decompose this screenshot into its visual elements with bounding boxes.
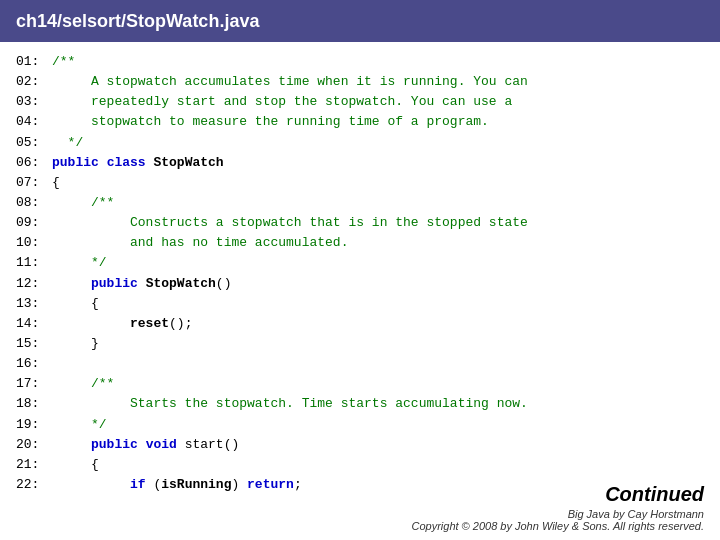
code-line: 06:public class StopWatch (16, 153, 704, 173)
code-line: 03: repeatedly start and stop the stopwa… (16, 92, 704, 112)
code-line: 16: (16, 354, 704, 374)
line-number: 04: (16, 112, 52, 132)
line-content: repeatedly start and stop the stopwatch.… (52, 92, 512, 112)
line-content: and has no time accumulated. (52, 233, 348, 253)
code-line: 13: { (16, 294, 704, 314)
line-number: 08: (16, 193, 52, 213)
code-line: 07:{ (16, 173, 704, 193)
page-header: ch14/selsort/StopWatch.java (0, 0, 720, 42)
line-content: } (52, 334, 99, 354)
code-line: 11: */ (16, 253, 704, 273)
code-line: 01:/** (16, 52, 704, 72)
line-number: 21: (16, 455, 52, 475)
line-content: A stopwatch accumulates time when it is … (52, 72, 528, 92)
line-number: 14: (16, 314, 52, 334)
line-number: 05: (16, 133, 52, 153)
line-number: 19: (16, 415, 52, 435)
code-line: 20: public void start() (16, 435, 704, 455)
line-number: 22: (16, 475, 52, 495)
line-content: */ (52, 253, 107, 273)
line-content: Constructs a stopwatch that is in the st… (52, 213, 528, 233)
line-number: 11: (16, 253, 52, 273)
book-rest: by Cay Horstmann (610, 508, 704, 520)
code-line: 04: stopwatch to measure the running tim… (16, 112, 704, 132)
code-line: 02: A stopwatch accumulates time when it… (16, 72, 704, 92)
book-title: Big Java (568, 508, 610, 520)
line-number: 13: (16, 294, 52, 314)
code-line: 19: */ (16, 415, 704, 435)
line-number: 20: (16, 435, 52, 455)
line-number: 03: (16, 92, 52, 112)
line-content: public StopWatch() (52, 274, 231, 294)
line-content: public class StopWatch (52, 153, 224, 173)
line-content: if (isRunning) return; (52, 475, 302, 495)
line-number: 07: (16, 173, 52, 193)
line-number: 12: (16, 274, 52, 294)
line-number: 17: (16, 374, 52, 394)
line-content: { (52, 294, 99, 314)
line-content: reset(); (52, 314, 192, 334)
code-line: 05: */ (16, 133, 704, 153)
line-content: /** (52, 374, 114, 394)
code-line: 09: Constructs a stopwatch that is in th… (16, 213, 704, 233)
line-number: 02: (16, 72, 52, 92)
line-number: 18: (16, 394, 52, 414)
line-number: 06: (16, 153, 52, 173)
line-number: 15: (16, 334, 52, 354)
line-content: /** (52, 193, 114, 213)
code-content: 01:/**02: A stopwatch accumulates time w… (0, 42, 720, 495)
line-content: /** (52, 52, 75, 72)
header-title: ch14/selsort/StopWatch.java (16, 11, 259, 32)
footer: Continued Big Java by Cay Horstmann Copy… (411, 483, 704, 532)
code-line: 12: public StopWatch() (16, 274, 704, 294)
line-number: 10: (16, 233, 52, 253)
code-line: 21: { (16, 455, 704, 475)
code-line: 08: /** (16, 193, 704, 213)
code-line: 15: } (16, 334, 704, 354)
line-number: 09: (16, 213, 52, 233)
continued-label: Continued (411, 483, 704, 506)
line-number: 01: (16, 52, 52, 72)
line-content: Starts the stopwatch. Time starts accumu… (52, 394, 528, 414)
line-content: public void start() (52, 435, 239, 455)
line-content: stopwatch to measure the running time of… (52, 112, 489, 132)
code-line: 14: reset(); (16, 314, 704, 334)
line-number: 16: (16, 354, 52, 374)
code-line: 18: Starts the stopwatch. Time starts ac… (16, 394, 704, 414)
line-content: */ (52, 415, 107, 435)
code-area: 01:/**02: A stopwatch accumulates time w… (16, 52, 704, 495)
footer-book-info: Big Java by Cay Horstmann (411, 508, 704, 520)
code-line: 17: /** (16, 374, 704, 394)
line-content: { (52, 455, 99, 475)
line-content: { (52, 173, 60, 193)
code-line: 10: and has no time accumulated. (16, 233, 704, 253)
line-content: */ (52, 133, 83, 153)
footer-copyright: Copyright © 2008 by John Wiley & Sons. A… (411, 520, 704, 532)
